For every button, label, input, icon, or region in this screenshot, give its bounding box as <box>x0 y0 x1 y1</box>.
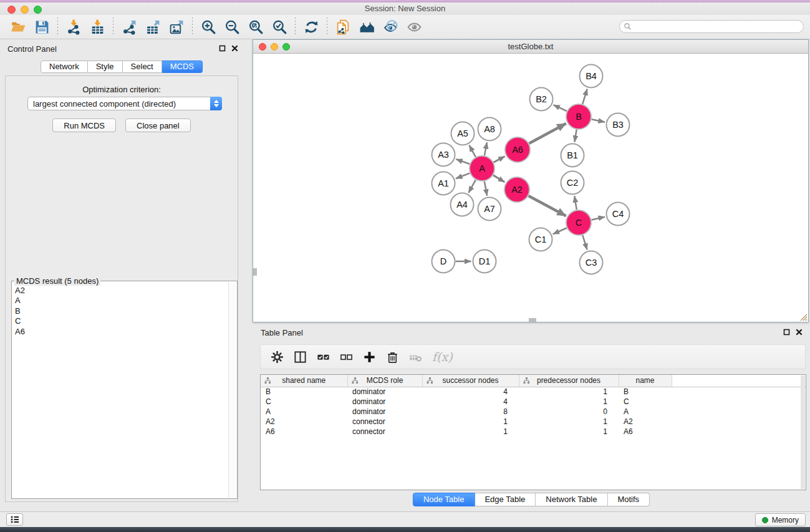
function-builder-icon[interactable]: f(x) <box>432 350 453 364</box>
graph-node-B2[interactable]: B2 <box>530 88 553 111</box>
show-columns-icon[interactable] <box>289 347 312 367</box>
graph-node-A3[interactable]: A3 <box>432 143 455 167</box>
minimize-window-button[interactable] <box>21 6 29 14</box>
mcds-result-item[interactable]: A2 <box>14 286 227 296</box>
graph-edge-A-A2[interactable] <box>493 175 504 182</box>
graph-edge-B-B1[interactable] <box>574 130 576 142</box>
import-table-icon[interactable] <box>85 16 109 37</box>
graph-node-A8[interactable]: A8 <box>478 118 501 141</box>
export-image-icon[interactable] <box>165 16 188 37</box>
open-file-icon[interactable] <box>6 16 30 37</box>
column-header-shared-name[interactable]: shared name <box>261 375 347 387</box>
unselect-all-columns-icon[interactable] <box>335 347 358 367</box>
column-header-MCDS-role[interactable]: MCDS role <box>347 375 422 387</box>
import-network-icon[interactable] <box>62 16 85 37</box>
export-table-icon[interactable] <box>141 16 165 37</box>
graph-edge-A-A5[interactable] <box>469 145 475 157</box>
graph-node-D1[interactable]: D1 <box>473 250 496 273</box>
graph-edge-C-C4[interactable] <box>591 217 605 220</box>
graph-edge-C-C1[interactable] <box>553 228 567 234</box>
zoom-in-icon[interactable] <box>196 16 220 37</box>
table-cell[interactable]: C <box>261 397 347 407</box>
table-cell[interactable]: 4 <box>422 397 519 407</box>
table-cell[interactable]: 1 <box>422 427 519 437</box>
zoom-window-button[interactable] <box>34 6 42 14</box>
mcds-result-item[interactable]: A6 <box>14 327 227 337</box>
close-window-button[interactable] <box>7 6 16 14</box>
create-column-plus-icon[interactable] <box>358 347 381 367</box>
table-cell[interactable]: C <box>619 397 672 407</box>
table-cell[interactable]: 1 <box>519 387 619 397</box>
tab-network[interactable]: Network <box>41 60 88 73</box>
mcds-result-item[interactable]: A <box>14 296 227 306</box>
graph-node-C4[interactable]: C4 <box>607 203 630 226</box>
close-panel-icon[interactable] <box>231 45 238 52</box>
graph-edge-C-C2[interactable] <box>574 196 576 210</box>
hide-panels-icon[interactable] <box>378 16 402 37</box>
zoom-out-icon[interactable] <box>220 16 244 37</box>
column-header-name[interactable]: name <box>619 375 672 387</box>
table-settings-gear-icon[interactable] <box>266 347 289 367</box>
tab-edge-table[interactable]: Edge Table <box>475 493 536 506</box>
tab-select[interactable]: Select <box>123 60 162 73</box>
table-cell[interactable]: dominator <box>347 387 422 397</box>
tab-node-table[interactable]: Node Table <box>413 493 475 506</box>
table-scrollbar[interactable] <box>801 375 805 489</box>
column-header-successor-nodes[interactable]: successor nodes <box>422 375 519 387</box>
column-header-predecessor-nodes[interactable]: predecessor nodes <box>519 375 619 387</box>
table-cell[interactable]: A <box>261 407 347 417</box>
network-canvas[interactable]: B4B2BB3A5A8A6B1A3AC2A1A2A4A7C4CC1DD1C3 <box>253 54 808 322</box>
graph-edge-A-A6[interactable] <box>494 157 505 163</box>
network-minimize-button[interactable] <box>271 43 278 51</box>
graph-edge-A-A1[interactable] <box>456 173 470 179</box>
table-cell[interactable]: 8 <box>422 407 519 417</box>
network-zoom-button[interactable] <box>282 43 290 51</box>
result-scrollbar[interactable] <box>228 282 236 498</box>
graph-node-C3[interactable]: C3 <box>580 251 603 274</box>
task-history-button[interactable] <box>6 513 23 526</box>
float-panel-icon[interactable] <box>219 45 226 52</box>
graph-edge-A-A8[interactable] <box>485 142 487 155</box>
close-panel-button[interactable]: Close panel <box>125 118 191 132</box>
table-cell[interactable]: 1 <box>519 397 619 407</box>
graph-edge-A-A4[interactable] <box>468 180 475 193</box>
graph-node-A5[interactable]: A5 <box>451 122 475 145</box>
graph-node-A7[interactable]: A7 <box>478 198 501 221</box>
graph-edge-B-B4[interactable] <box>582 89 587 104</box>
graph-node-A6[interactable]: A6 <box>505 137 530 162</box>
refresh-icon[interactable] <box>299 16 323 37</box>
table-cell[interactable]: 0 <box>519 407 619 417</box>
table-cell[interactable]: B <box>619 387 672 397</box>
graph-node-A[interactable]: A <box>470 156 494 181</box>
save-session-icon[interactable] <box>30 16 54 37</box>
delete-column-icon[interactable] <box>404 347 427 367</box>
graph-node-A4[interactable]: A4 <box>451 193 474 216</box>
tab-style[interactable]: Style <box>88 60 123 73</box>
zoom-selected-icon[interactable] <box>268 16 291 37</box>
memory-button[interactable]: Memory <box>755 513 806 526</box>
table-cell[interactable]: A6 <box>619 427 672 437</box>
graph-edge-A-A3[interactable] <box>456 159 470 164</box>
delete-rows-trash-icon[interactable] <box>381 347 404 367</box>
table-cell[interactable]: connector <box>347 417 422 427</box>
run-mcds-button[interactable]: Run MCDS <box>52 118 116 132</box>
graph-node-C[interactable]: C <box>566 210 591 235</box>
network-close-button[interactable] <box>259 43 266 51</box>
graph-node-C1[interactable]: C1 <box>529 228 552 251</box>
tab-network-table[interactable]: Network Table <box>536 493 607 506</box>
network-from-file-icon[interactable] <box>331 16 355 37</box>
show-panels-icon[interactable] <box>402 16 426 37</box>
float-panel-icon[interactable] <box>783 329 790 336</box>
graph-node-A2[interactable]: A2 <box>504 177 529 202</box>
graph-edge-A6-B[interactable] <box>529 123 566 143</box>
graph-edge-B-B2[interactable] <box>553 105 566 111</box>
table-cell[interactable]: 4 <box>422 387 519 397</box>
graph-edge-A-A7[interactable] <box>485 181 487 196</box>
table-cell[interactable]: connector <box>347 427 422 437</box>
graph-edge-B-B3[interactable] <box>592 119 605 122</box>
search-input[interactable] <box>632 21 803 32</box>
mcds-result-item[interactable]: B <box>14 306 227 316</box>
graph-node-C2[interactable]: C2 <box>561 172 584 195</box>
table-cell[interactable]: A2 <box>261 417 347 427</box>
graph-node-B3[interactable]: B3 <box>607 114 630 137</box>
